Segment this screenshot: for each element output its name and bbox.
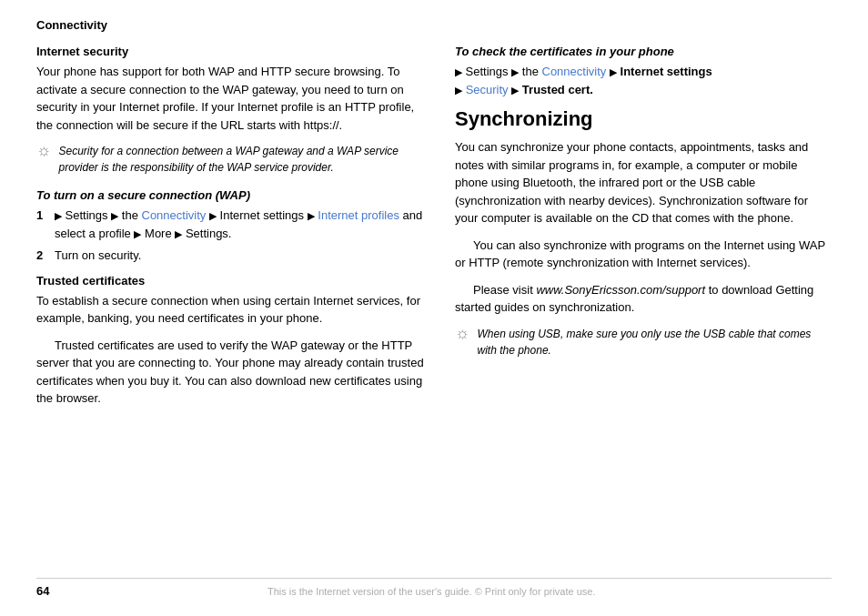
check-security: Security — [466, 83, 509, 96]
sync-body3-link: www.SonyEricsson.com/support — [536, 283, 705, 297]
check-certs-title: To check the certificates in your phone — [455, 45, 832, 58]
tip2-box: ☼ When using USB, make sure you only use… — [455, 326, 832, 358]
page-container: Connectivity Internet security Your phon… — [0, 0, 868, 616]
wap-step-1: 1 ▶ Settings ▶ the Connectivity ▶ Intern… — [36, 207, 428, 242]
check-internet-settings: Internet settings — [621, 65, 712, 78]
step1-connectivity: Connectivity — [142, 208, 207, 222]
wap-section-title: To turn on a secure connection (WAP) — [36, 188, 428, 202]
step1-content: ▶ Settings ▶ the Connectivity ▶ Internet… — [55, 207, 428, 242]
check-arrow4: ▶ — [455, 85, 462, 96]
page-footer: 64 This is the Internet version of the u… — [36, 578, 832, 598]
tip1-icon: ☼ — [36, 141, 52, 160]
sync-body3-prefix: Please visit — [473, 283, 536, 297]
page-number: 64 — [36, 584, 49, 598]
left-column: Internet security Your phone has support… — [36, 45, 428, 578]
wap-step-2: 2 Turn on security. — [36, 247, 428, 265]
check-arrow5: ▶ — [511, 85, 519, 96]
tip1-box: ☼ Security for a connection between a WA… — [36, 143, 428, 176]
step2-content: Turn on security. — [55, 247, 428, 265]
tip2-text: When using USB, make sure you only use t… — [478, 326, 833, 358]
step1-arrow6: ▶ — [175, 228, 182, 239]
step1-profiles: Internet profiles — [318, 208, 399, 222]
check-trusted-cert: Trusted cert. — [522, 83, 593, 96]
tip2-icon: ☼ — [455, 324, 470, 343]
step1-number: 1 — [36, 207, 47, 225]
synchronizing-title: Synchronizing — [455, 107, 832, 131]
step2-number: 2 — [36, 247, 47, 265]
footer-notice: This is the Internet version of the user… — [49, 586, 813, 597]
check-arrow2: ▶ — [511, 66, 519, 77]
synchronizing-body2: You can also synchronize with programs o… — [455, 237, 832, 272]
synchronizing-body1: You can synchronize your phone contacts,… — [455, 138, 832, 227]
tip1-text: Security for a connection between a WAP … — [59, 143, 429, 176]
step1-arrow4: ▶ — [308, 210, 315, 221]
check-arrow1: ▶ — [455, 66, 462, 77]
step1-arrow5: ▶ — [134, 228, 141, 239]
step1-arrow3: ▶ — [209, 210, 217, 221]
check-connectivity: Connectivity — [542, 65, 607, 78]
trusted-certs-body2: Trusted certificates are used to verify … — [36, 337, 428, 408]
page-header: Connectivity — [36, 18, 832, 32]
check-certs-title-text: To check the certificates in your phone — [455, 45, 674, 58]
trusted-certs-body1: To establish a secure connection when us… — [36, 292, 428, 328]
check-arrow3: ▶ — [610, 66, 617, 77]
synchronizing-body3: Please visit www.SonyEricsson.com/suppor… — [455, 281, 832, 317]
check-certs-steps: ▶ Settings ▶ the Connectivity ▶ Internet… — [455, 63, 832, 98]
step1-arrow1: ▶ — [55, 210, 62, 221]
wap-steps-list: 1 ▶ Settings ▶ the Connectivity ▶ Intern… — [36, 207, 428, 265]
content-columns: Internet security Your phone has support… — [36, 45, 832, 578]
trusted-certs-title: Trusted certificates — [36, 274, 428, 288]
right-column: To check the certificates in your phone … — [455, 45, 832, 578]
internet-security-title: Internet security — [36, 45, 428, 58]
internet-security-body: Your phone has support for both WAP and … — [36, 63, 428, 134]
step1-arrow2: ▶ — [111, 210, 118, 221]
